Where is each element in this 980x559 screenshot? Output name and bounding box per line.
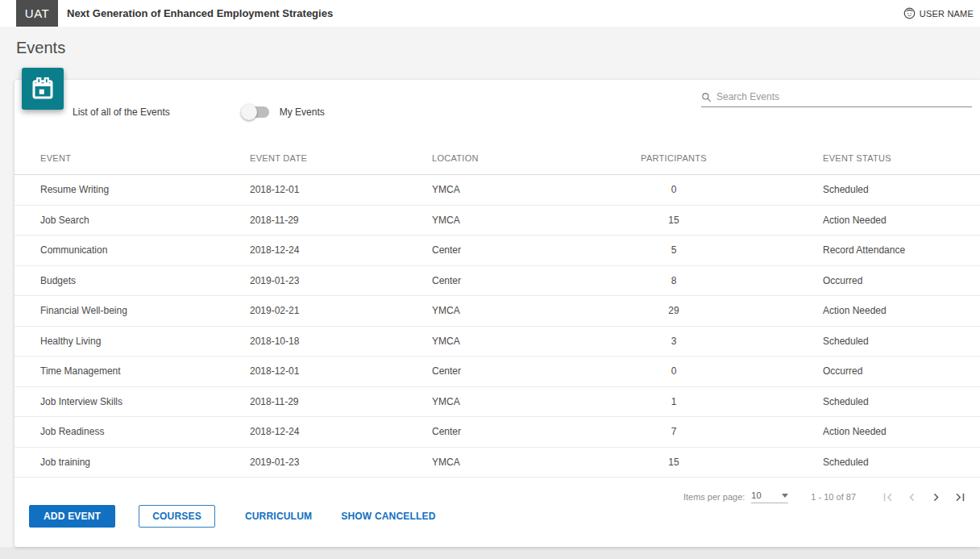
cell-event-status: Scheduled: [733, 457, 980, 468]
cell-event: Job Readiness: [40, 426, 250, 437]
app-title: Next Generation of Enhanced Employment S…: [67, 7, 333, 19]
cell-location: Center: [432, 426, 614, 437]
toggle-switch[interactable]: [243, 106, 269, 118]
cell-event: Resume Writing: [40, 184, 250, 195]
cell-event-status: Scheduled: [733, 184, 980, 195]
column-header-location: LOCATION: [432, 153, 614, 163]
table-row[interactable]: Job Readiness 2018-12-24 Center 7 Action…: [15, 417, 980, 448]
page-title: Events: [16, 39, 65, 57]
add-event-button[interactable]: ADD EVENT: [29, 505, 115, 528]
my-events-label: My Events: [280, 106, 325, 118]
table-row[interactable]: Job Interview Skills 2018-11-29 YMCA 1 S…: [15, 387, 980, 418]
cell-event-date: 2019-01-23: [250, 275, 432, 286]
cell-participants: 0: [614, 184, 733, 195]
cell-event-date: 2018-12-24: [250, 244, 432, 256]
search-input[interactable]: [716, 91, 972, 102]
table-row[interactable]: Job training 2019-01-23 YMCA 15 Schedule…: [15, 448, 980, 478]
cell-event-status: Record Attendance: [733, 244, 980, 256]
cell-location: YMCA: [432, 305, 614, 316]
cell-event-status: Scheduled: [733, 396, 980, 407]
search-box: [701, 91, 972, 107]
cell-location: YMCA: [432, 457, 614, 468]
last-page-button[interactable]: [948, 485, 972, 509]
cell-event: Financial Well-being: [40, 305, 250, 316]
cell-location: Center: [432, 244, 614, 256]
cell-event-status: Scheduled: [733, 336, 980, 347]
table-row[interactable]: Job Search 2018-11-29 YMCA 15 Action Nee…: [15, 206, 980, 236]
table-row[interactable]: Financial Well-being 2019-02-21 YMCA 29 …: [15, 296, 980, 327]
column-header-event-status: EVENT STATUS: [733, 153, 980, 163]
page-size-value: 10: [751, 490, 761, 500]
courses-button[interactable]: COURSES: [139, 505, 215, 528]
cell-event-date: 2018-11-29: [250, 396, 432, 407]
cell-event: Time Management: [40, 365, 250, 377]
previous-page-button[interactable]: [899, 485, 924, 509]
cell-location: Center: [432, 365, 614, 377]
cell-event-date: 2018-11-29: [250, 215, 432, 226]
cell-participants: 5: [614, 244, 733, 256]
cell-participants: 8: [614, 275, 733, 286]
cell-event-status: Action Needed: [733, 215, 980, 226]
cell-event-date: 2018-12-24: [250, 426, 432, 437]
cell-event-date: 2018-10-18: [250, 336, 432, 347]
cell-participants: 0: [614, 365, 733, 377]
column-header-event-date: EVENT DATE: [250, 153, 432, 163]
table-row[interactable]: Communication 2018-12-24 Center 5 Record…: [15, 236, 980, 266]
environment-badge: UAT: [16, 0, 58, 27]
cell-participants: 15: [614, 457, 733, 468]
cell-event-status: Occurred: [733, 275, 980, 286]
cell-location: YMCA: [432, 336, 614, 347]
page-range-label: 1 - 10 of 87: [811, 492, 856, 502]
cell-participants: 7: [614, 426, 733, 437]
cell-participants: 15: [614, 215, 733, 226]
cell-participants: 1: [614, 396, 733, 407]
column-header-event: EVENT: [40, 153, 250, 163]
cell-event: Communication: [40, 244, 250, 256]
next-page-button[interactable]: [924, 485, 948, 509]
cell-event-date: 2019-02-21: [250, 305, 432, 316]
cell-event-status: Action Needed: [733, 305, 980, 316]
first-page-button[interactable]: [875, 485, 899, 509]
app-header: UAT Next Generation of Enhanced Employme…: [0, 0, 980, 27]
events-card: List of all of the Events My Events EVEN…: [15, 80, 980, 547]
toggle-thumb: [241, 104, 257, 120]
user-name: USER NAME: [920, 9, 974, 19]
cell-participants: 29: [614, 305, 733, 316]
my-events-toggle[interactable]: My Events: [243, 106, 325, 118]
table-row[interactable]: Budgets 2019-01-23 Center 8 Occurred: [15, 266, 980, 297]
search-icon: [701, 92, 712, 102]
cell-event-status: Occurred: [733, 365, 980, 377]
cell-location: Center: [432, 275, 614, 286]
cell-event: Job Interview Skills: [40, 396, 250, 407]
page-size-select[interactable]: 10: [751, 490, 788, 503]
dropdown-arrow-icon: [782, 494, 788, 498]
table-body: Resume Writing 2018-12-01 YMCA 0 Schedul…: [15, 175, 980, 478]
cell-event-status: Action Needed: [733, 426, 980, 437]
column-header-participants: PARTICIPANTS: [614, 153, 733, 163]
account-circle-icon: [903, 7, 916, 19]
cell-event: Job Search: [40, 215, 250, 226]
curriculum-button[interactable]: CURRICULUM: [239, 505, 318, 528]
items-per-page-label: Items per page:: [683, 492, 745, 502]
cell-event-date: 2018-12-01: [250, 365, 432, 377]
user-menu[interactable]: USER NAME: [903, 7, 974, 19]
table-row[interactable]: Time Management 2018-12-01 Center 0 Occu…: [15, 357, 980, 387]
table-row[interactable]: Resume Writing 2018-12-01 YMCA 0 Schedul…: [15, 175, 980, 206]
cell-location: YMCA: [432, 184, 614, 195]
cell-event-date: 2019-01-23: [250, 457, 432, 468]
card-footer: Items per page: 10 1 - 10 of 87: [15, 478, 980, 547]
show-cancelled-button[interactable]: SHOW CANCELLED: [334, 505, 442, 528]
table-header: EVENT EVENT DATE LOCATION PARTICIPANTS E…: [15, 142, 980, 175]
page-background: Events List of all of the Events My Even…: [0, 27, 980, 547]
events-toolbar: List of all of the Events My Events: [15, 80, 980, 133]
footer-actions: ADD EVENT COURSES CURRICULUM SHOW CANCEL…: [29, 505, 459, 528]
cell-participants: 3: [614, 336, 733, 347]
list-subtitle: List of all of the Events: [73, 106, 170, 118]
cell-event: Job training: [40, 457, 250, 468]
cell-location: YMCA: [432, 215, 614, 226]
paginator: Items per page: 10 1 - 10 of 87: [683, 484, 972, 510]
table-row[interactable]: Healthy Living 2018-10-18 YMCA 3 Schedul…: [15, 327, 980, 357]
cell-location: YMCA: [432, 396, 614, 407]
cell-event-date: 2018-12-01: [250, 184, 432, 195]
cell-event: Budgets: [40, 275, 250, 286]
